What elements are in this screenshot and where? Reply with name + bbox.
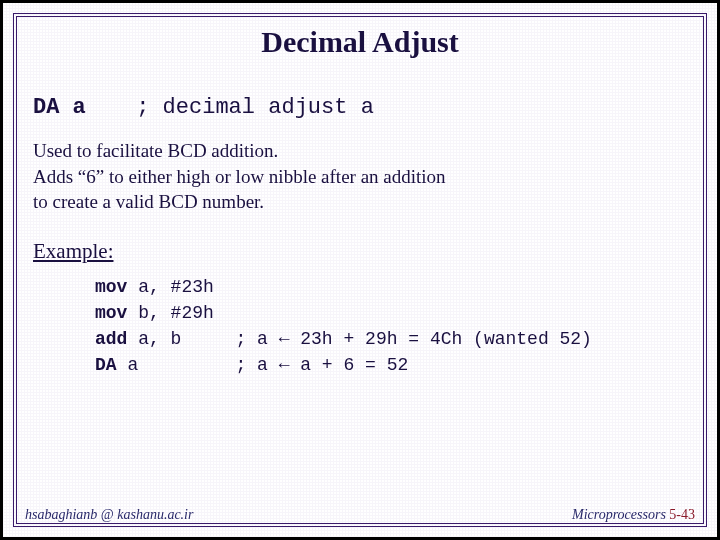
code-op: DA (95, 355, 117, 375)
code-line: DA a ; a ← a + 6 = 52 (95, 355, 408, 375)
code-line: mov b, #29h (95, 303, 214, 323)
code-op: add (95, 329, 127, 349)
footer-author: hsabaghianb @ kashanu.ac.ir (25, 507, 193, 523)
code-line: add a, b ; a ← 23h + 29h = 4Ch (wanted 5… (95, 329, 592, 349)
instruction-line: DA a ; decimal adjust a (33, 95, 695, 120)
code-op: mov (95, 277, 127, 297)
code-args: a, #23h (138, 277, 214, 297)
code-comment: ; a ← a + 6 = 52 (235, 355, 408, 375)
footer-pagenum: 5-43 (669, 507, 695, 522)
description-line: Used to facilitate BCD addition. (33, 138, 695, 164)
footer-course: Microprocessors (572, 507, 666, 522)
code-comment: ; a ← 23h + 29h = 4Ch (wanted 52) (235, 329, 591, 349)
instruction-comment: ; decimal adjust a (136, 95, 374, 120)
code-op: mov (95, 303, 127, 323)
description-block: Used to facilitate BCD addition. Adds “6… (33, 138, 695, 215)
slide: Decimal Adjust DA a ; decimal adjust a U… (0, 0, 720, 540)
slide-title: Decimal Adjust (25, 25, 695, 59)
code-args: b, #29h (138, 303, 214, 323)
slide-content: Decimal Adjust DA a ; decimal adjust a U… (25, 21, 695, 515)
code-line: mov a, #23h (95, 277, 214, 297)
footer-right: Microprocessors 5-43 (572, 507, 695, 523)
description-line: Adds “6” to either high or low nibble af… (33, 164, 695, 190)
description-line: to create a valid BCD number. (33, 189, 695, 215)
code-args: a, b (138, 329, 181, 349)
instruction-mnemonic: DA a (33, 95, 123, 120)
example-label: Example: (33, 239, 695, 264)
code-args: a (127, 355, 138, 375)
code-block: mov a, #23h mov b, #29h add a, b ; a ← 2… (95, 274, 695, 378)
footer: hsabaghianb @ kashanu.ac.ir Microprocess… (25, 507, 695, 523)
